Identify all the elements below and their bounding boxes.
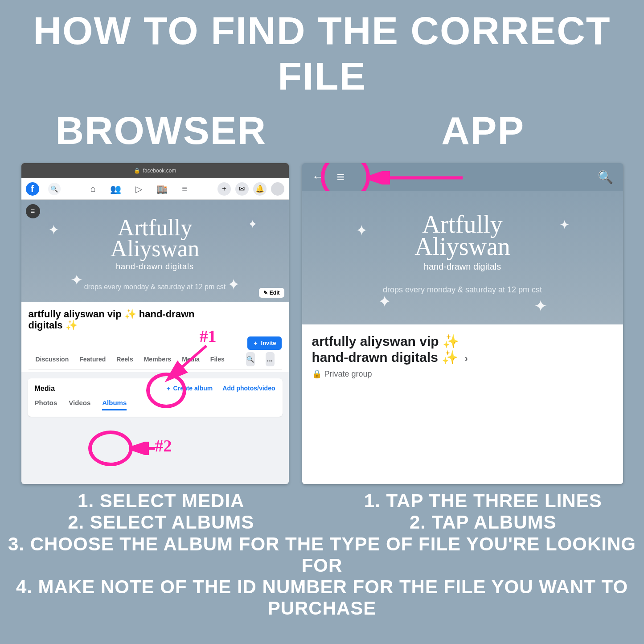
bell-icon[interactable]: 🔔 (253, 182, 267, 196)
sparkle-icon: ✦ (534, 297, 547, 316)
annotation-2-label: #2 (155, 436, 172, 455)
tab-featured[interactable]: Featured (79, 356, 106, 363)
brand-drops: drops every monday & saturday at 12 pm c… (302, 285, 623, 295)
browser-instructions: 1. SELECT MEDIA 2. SELECT ALBUMS (0, 490, 322, 533)
plus-icon: ＋ (253, 339, 258, 347)
subtab-photos[interactable]: Photos (35, 399, 57, 410)
sparkle-icon: ✦ (227, 275, 240, 293)
subhead-browser: BROWSER (0, 108, 322, 153)
instruction-block: 1. SELECT MEDIA 2. SELECT ALBUMS 1. TAP … (0, 490, 644, 619)
annotation-2-circle (88, 431, 133, 466)
annotation-2-arrow-icon (131, 442, 157, 455)
group-title-line-2: hand-drawn digitals ✨ (312, 350, 459, 365)
facebook-top-nav: f 🔍 ⌂ 👥 ▷ 🏬 ≡ ＋ ✉ 🔔 (21, 178, 289, 200)
url-host: facebook.com (143, 168, 176, 174)
edit-label: Edit (270, 290, 280, 296)
subhead-app: APP (322, 108, 644, 153)
add-photos-link[interactable]: Add photos/video (222, 385, 275, 393)
annotation-1-circle (146, 373, 186, 408)
tab-reels[interactable]: Reels (116, 356, 133, 363)
messenger-icon[interactable]: ✉ (235, 182, 249, 196)
more-icon[interactable]: … (266, 352, 275, 366)
chevron-right-icon[interactable]: › (465, 353, 468, 364)
edit-button[interactable]: ✎ Edit (259, 288, 284, 298)
brand-drops: drops every monday & saturday at 12 pm c… (21, 283, 289, 291)
search-icon[interactable]: 🔍 (48, 183, 61, 195)
main-headline: HOW TO FIND THE CORRECT FILE (0, 0, 644, 99)
lock-icon: 🔒 (312, 369, 322, 379)
browser-url-bar: 🔒 facebook.com (21, 163, 289, 178)
group-title-line-2: digitals ✨ (29, 320, 78, 331)
browser-step-1: 1. SELECT MEDIA (0, 490, 322, 512)
invite-button[interactable]: ＋ Invite (247, 336, 282, 350)
sparkle-icon: ✦ (356, 222, 368, 239)
shared-step-3: 3. CHOOSE THE ALBUM FOR THE TYPE OF FILE… (0, 533, 644, 577)
brand-line-2: Aliyswan (111, 236, 199, 261)
group-cover: ≡ Artfully Aliyswan hand-drawn digitals … (21, 200, 289, 302)
group-header: artfully aliyswan vip ✨ hand-drawn digit… (21, 302, 289, 372)
app-group-header: artfully aliyswan vip ✨ hand-drawn digit… (302, 324, 623, 484)
app-cover: Artfully Aliyswan hand-drawn digitals dr… (302, 191, 623, 324)
facebook-logo-icon[interactable]: f (26, 182, 39, 196)
sparkle-icon: ✦ (70, 271, 83, 289)
sparkle-icon: ✦ (559, 217, 570, 232)
subtab-albums[interactable]: Albums (102, 399, 127, 410)
sparkle-icon: ✦ (248, 217, 258, 231)
sparkle-icon: ✦ (378, 292, 391, 311)
annotation-app-arrow-icon (369, 171, 467, 185)
group-title-line-1: artfully aliyswan vip ✨ (312, 334, 459, 349)
private-group-label: Private group (324, 369, 372, 379)
app-step-2: 2. TAP ALBUMS (322, 512, 644, 533)
media-title: Media (35, 385, 55, 393)
pencil-icon: ✎ (263, 290, 268, 296)
lock-icon: 🔒 (134, 168, 140, 174)
friends-icon[interactable]: 👥 (110, 184, 121, 194)
shared-instructions: 3. CHOOSE THE ALBUM FOR THE TYPE OF FILE… (0, 533, 644, 619)
watch-icon[interactable]: ▷ (135, 184, 142, 194)
cover-menu-icon[interactable]: ≡ (26, 204, 40, 218)
svg-line-0 (171, 346, 206, 377)
app-screenshot: ← ≡ 🔍 Artfully Aliyswan hand-drawn digit… (302, 163, 623, 484)
search-icon[interactable]: 🔍 (246, 352, 255, 366)
group-title-line-1: artfully aliyswan vip ✨ hand-drawn (29, 308, 195, 320)
avatar[interactable] (271, 182, 284, 196)
tab-discussion[interactable]: Discussion (36, 356, 69, 363)
menu-icon[interactable]: ≡ (182, 184, 187, 194)
app-topbar: ← ≡ 🔍 (302, 163, 623, 191)
group-tabs: Discussion Featured Reels Members Media … (29, 350, 282, 369)
marketplace-icon[interactable]: 🏬 (156, 184, 168, 194)
home-icon[interactable]: ⌂ (90, 184, 96, 194)
browser-screenshot: 🔒 facebook.com f 🔍 ⌂ 👥 ▷ 🏬 ≡ ＋ ✉ 🔔 ≡ (21, 163, 289, 484)
plus-icon[interactable]: ＋ (217, 182, 231, 196)
search-icon[interactable]: 🔍 (598, 170, 613, 185)
browser-step-2: 2. SELECT ALBUMS (0, 512, 322, 533)
brand-line-2: Aliyswan (414, 233, 510, 260)
app-step-1: 1. TAP THE THREE LINES (322, 490, 644, 512)
brand-subtitle: hand-drawn digitals (21, 262, 289, 271)
brand-subtitle: hand-drawn digitals (302, 262, 623, 272)
app-instructions: 1. TAP THE THREE LINES 2. TAP ALBUMS (322, 490, 644, 533)
invite-label: Invite (261, 340, 276, 346)
sparkle-icon: ✦ (48, 222, 59, 238)
shared-step-4: 4. MAKE NOTE OF THE ID NUMBER FOR THE FI… (0, 576, 644, 619)
subtab-videos[interactable]: Videos (69, 399, 90, 410)
